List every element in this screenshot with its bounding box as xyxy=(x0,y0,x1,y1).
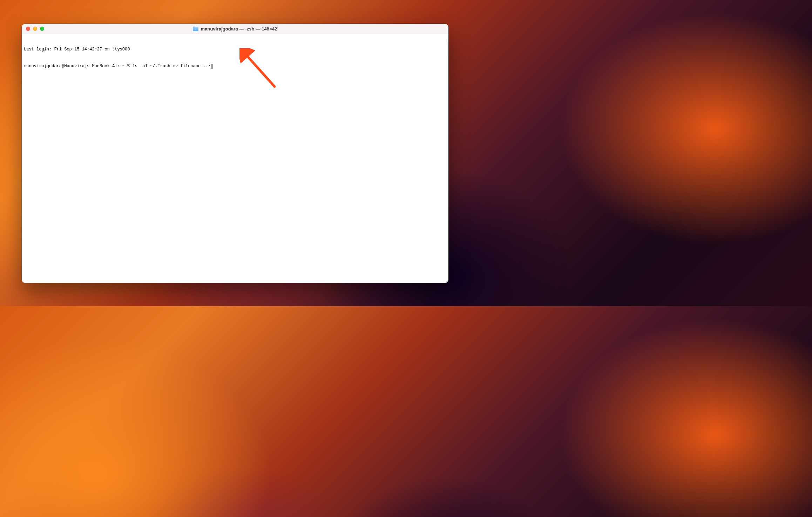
command-text[interactable]: ls -al ~/.Trash mv filename ../ xyxy=(133,63,211,69)
last-login-line: Last login: Fri Sep 15 14:42:27 on ttys0… xyxy=(24,47,446,52)
terminal-body[interactable]: Last login: Fri Sep 15 14:42:27 on ttys0… xyxy=(22,34,448,283)
title-wrap: ⌂ manuvirajgodara — -zsh — 148×42 xyxy=(22,26,448,32)
traffic-lights xyxy=(22,27,44,31)
terminal-window: ⌂ manuvirajgodara — -zsh — 148×42 Last l… xyxy=(22,24,448,283)
folder-icon: ⌂ xyxy=(193,27,198,31)
prompt-line: manuvirajgodara@Manuvirajs-MacBook-Air ~… xyxy=(24,63,446,69)
window-title: manuvirajgodara — -zsh — 148×42 xyxy=(201,26,277,32)
prompt-text: manuvirajgodara@Manuvirajs-MacBook-Air ~… xyxy=(24,63,133,69)
maximize-button[interactable] xyxy=(40,27,44,31)
minimize-button[interactable] xyxy=(33,27,37,31)
close-button[interactable] xyxy=(26,27,30,31)
titlebar: ⌂ manuvirajgodara — -zsh — 148×42 xyxy=(22,24,448,34)
cursor xyxy=(211,64,213,69)
